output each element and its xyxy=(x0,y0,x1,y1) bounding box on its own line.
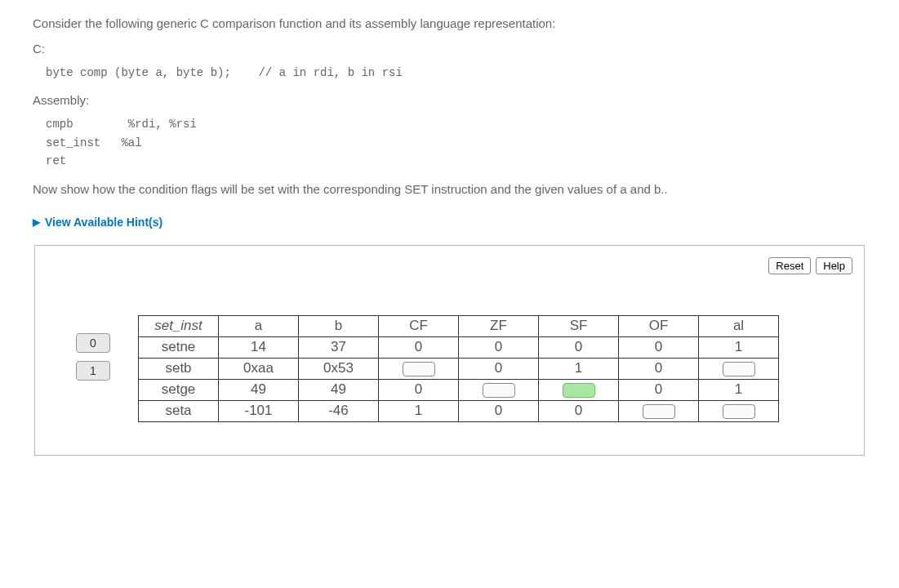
col-a: a xyxy=(219,315,299,336)
reset-button[interactable]: Reset xyxy=(768,257,811,274)
col-al: al xyxy=(699,315,779,336)
cell-set_inst: seta xyxy=(139,400,219,421)
table-row: setge4949001 xyxy=(139,379,779,400)
cell-ZF: 0 xyxy=(459,336,539,358)
cell-ZF[interactable] xyxy=(459,379,539,400)
tile-0[interactable]: 0 xyxy=(76,333,110,353)
cell-CF: 0 xyxy=(379,336,459,358)
exercise-panel: Reset Help 0 1 set_inst a b CF ZF SF OF xyxy=(34,245,865,456)
cell-SF: 1 xyxy=(539,358,619,379)
cell-OF: 0 xyxy=(619,336,699,358)
assembly-code: cmpb %rdi, %rsi set_inst %al ret xyxy=(46,115,866,170)
tile-1[interactable]: 1 xyxy=(76,361,110,381)
cell-OF[interactable] xyxy=(619,400,699,421)
cell-al[interactable] xyxy=(699,400,779,421)
cell-CF: 1 xyxy=(379,400,459,421)
cell-a: 0xaa xyxy=(219,358,299,379)
col-set-inst: set_inst xyxy=(139,315,219,336)
col-of: OF xyxy=(619,315,699,336)
table-header-row: set_inst a b CF ZF SF OF al xyxy=(139,315,779,336)
cell-al: 1 xyxy=(699,336,779,358)
col-b: b xyxy=(299,315,379,336)
hint-label: View Available Hint(s) xyxy=(45,216,162,229)
cell-a: 49 xyxy=(219,379,299,400)
c-code: byte comp (byte a, byte b); // a in rdi,… xyxy=(46,64,866,82)
cell-OF: 0 xyxy=(619,358,699,379)
drop-slot[interactable] xyxy=(483,383,515,398)
table-row: setne143700001 xyxy=(139,336,779,358)
cell-a: 14 xyxy=(219,336,299,358)
cell-set_inst: setne xyxy=(139,336,219,358)
cell-b: 37 xyxy=(299,336,379,358)
drop-slot[interactable] xyxy=(643,404,675,419)
cell-SF: 0 xyxy=(539,400,619,421)
cell-al: 1 xyxy=(699,379,779,400)
c-label: C: xyxy=(33,42,866,56)
instruction-text: Now show how the condition flags will be… xyxy=(33,182,866,196)
intro-text: Consider the following generic C compari… xyxy=(33,16,866,30)
drop-slot[interactable] xyxy=(723,362,755,376)
help-button[interactable]: Help xyxy=(816,257,852,274)
cell-ZF: 0 xyxy=(459,358,539,379)
table-row: seta-101-46100 xyxy=(139,400,779,421)
cell-b: 0x53 xyxy=(299,358,379,379)
cell-set_inst: setb xyxy=(139,358,219,379)
cell-b: 49 xyxy=(299,379,379,400)
cell-set_inst: setge xyxy=(139,379,219,400)
answer-tile-stack: 0 1 xyxy=(76,333,110,381)
triangle-right-icon: ▶ xyxy=(33,216,40,228)
cell-a: -101 xyxy=(219,400,299,421)
drop-slot[interactable] xyxy=(723,404,755,419)
flags-table: set_inst a b CF ZF SF OF al setne1437000… xyxy=(138,315,779,422)
cell-ZF: 0 xyxy=(459,400,539,421)
assembly-label: Assembly: xyxy=(33,93,866,107)
cell-OF: 0 xyxy=(619,379,699,400)
table-row: setb0xaa0x53010 xyxy=(139,358,779,379)
cell-b: -46 xyxy=(299,400,379,421)
cell-SF: 0 xyxy=(539,336,619,358)
cell-CF[interactable] xyxy=(379,358,459,379)
cell-SF[interactable] xyxy=(539,379,619,400)
col-sf: SF xyxy=(539,315,619,336)
col-cf: CF xyxy=(379,315,459,336)
cell-al[interactable] xyxy=(699,358,779,379)
col-zf: ZF xyxy=(459,315,539,336)
drop-slot[interactable] xyxy=(403,362,435,376)
cell-CF: 0 xyxy=(379,379,459,400)
view-hints-toggle[interactable]: ▶ View Available Hint(s) xyxy=(33,216,162,229)
drop-slot[interactable] xyxy=(563,383,595,398)
